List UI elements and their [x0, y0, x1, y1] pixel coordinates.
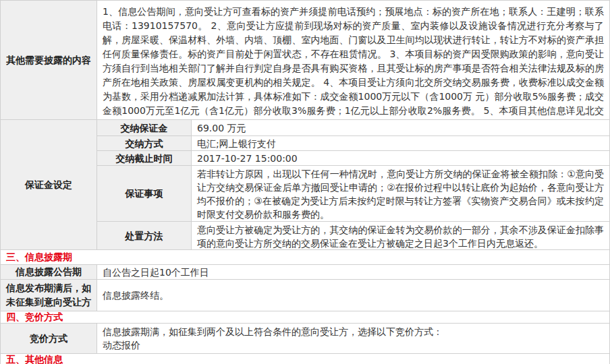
bidding-method-condition: 信息披露期满，如征集到两个及以上符合条件的意向受让方，选择以下竞价方式：	[103, 325, 604, 338]
row-value-no-transferee: 信息披露终结。	[97, 280, 609, 311]
row-value-disposal-method: 意向受让方被确定为受让方的，其交纳的保证金转为交易价款的一部分，其余不涉及保证金…	[192, 222, 609, 249]
row-value-bidding-method: 信息披露期满，如征集到两个及以上符合条件的意向受让方，选择以下竞价方式： 动态报…	[97, 324, 609, 353]
table-row-deposit: 保证金设定 交纳保证金 69.00 万元 交纳方式 电汇;网上银行支付 交纳截止…	[1, 120, 609, 250]
row-value-announcement-period: 自公告之日起10个工作日	[97, 265, 609, 279]
deposit-subtable: 交纳保证金 69.00 万元 交纳方式 电汇;网上银行支付 交纳截止时间 201…	[97, 120, 609, 249]
table-row-deposit-amount: 交纳保证金 69.00 万元	[97, 120, 609, 135]
bidding-method-type: 动态报价	[103, 338, 604, 352]
row-label-other-disclosure: 其他需要披露的内容	[1, 1, 97, 119]
table-row-payment-deadline: 交纳截止时间 2017-10-27 15:00:00	[97, 150, 609, 165]
row-label-payment-deadline: 交纳截止时间	[97, 151, 192, 165]
row-value-other-disclosure: 1、信息公告期间，意向受让方可查看标的资产并须提前电话预约；预展地点：标的资产所…	[97, 1, 609, 119]
row-label-deposit-amount: 交纳保证金	[97, 120, 192, 135]
row-label-bidding-method: 竞价方式	[1, 324, 97, 353]
row-label-no-transferee: 信息发布期满后，如未征集到意向受让方	[1, 280, 97, 311]
section-header-disclosure-period: 三、信息披露期	[1, 250, 609, 265]
row-value-guarantee-items: 若非转让方原因，出现以下任何一种情况时，意向受让方所交纳的保证金将被全额扣除：①…	[192, 166, 609, 221]
table-row-payment-method: 交纳方式 电汇;网上银行支付	[97, 135, 609, 150]
table-row-announcement-period: 信息披露公告期 自公告之日起10个工作日	[1, 265, 609, 280]
section-header-other-info: 五、其他信息	[1, 354, 609, 364]
row-label-deposit: 保证金设定	[1, 120, 97, 249]
table-row-other-disclosure: 其他需要披露的内容 1、信息公告期间，意向受让方可查看标的资产并须提前电话预约；…	[1, 1, 609, 120]
row-value-deposit-amount: 69.00 万元	[192, 120, 609, 135]
table-row-guarantee-items: 保证事项 若非转让方原因，出现以下任何一种情况时，意向受让方所交纳的保证金将被全…	[97, 165, 609, 221]
table-row-no-transferee: 信息发布期满后，如未征集到意向受让方 信息披露终结。	[1, 280, 609, 311]
row-label-announcement-period: 信息披露公告期	[1, 265, 97, 279]
row-label-payment-method: 交纳方式	[97, 136, 192, 150]
row-label-disposal-method: 处置方法	[97, 222, 192, 249]
section-header-bidding-method: 四、竞价方式	[1, 311, 609, 324]
row-label-guarantee-items: 保证事项	[97, 166, 192, 221]
table-row-bidding-method: 竞价方式 信息披露期满，如征集到两个及以上符合条件的意向受让方，选择以下竞价方式…	[1, 324, 609, 354]
disclosure-table: 其他需要披露的内容 1、信息公告期间，意向受让方可查看标的资产并须提前电话预约；…	[0, 0, 610, 364]
table-row-disposal-method: 处置方法 意向受让方被确定为受让方的，其交纳的保证金转为交易价款的一部分，其余不…	[97, 221, 609, 249]
row-value-payment-deadline: 2017-10-27 15:00:00	[192, 151, 609, 165]
row-value-payment-method: 电汇;网上银行支付	[192, 136, 609, 150]
